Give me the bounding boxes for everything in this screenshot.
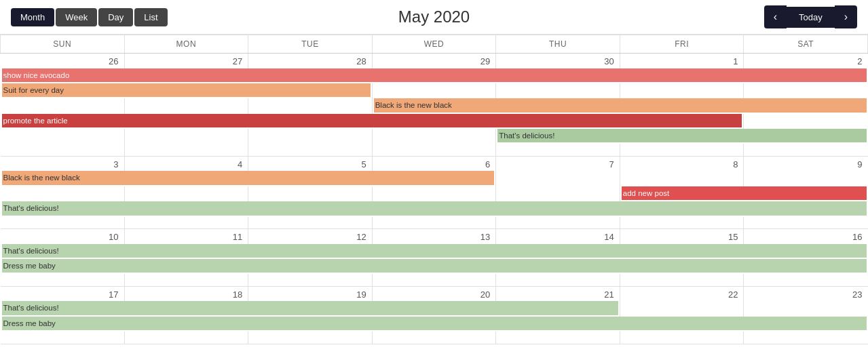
day-1-5[interactable]: 8 — [620, 156, 744, 171]
day-view-btn[interactable]: Day — [98, 8, 133, 26]
event-label: Dress me baby — [2, 259, 867, 273]
col-sun: SUN — [1, 35, 125, 54]
event-label: Dress me baby — [2, 317, 867, 330]
event-bar-1-1[interactable]: add new post — [620, 186, 867, 201]
week-3-spacer — [1, 331, 868, 344]
week-3-numbers: 17181920212223 — [1, 286, 868, 301]
calendar-title: May 2020 — [398, 7, 470, 26]
day-3-6[interactable]: 23 — [744, 286, 868, 301]
week-0-event-3: promote the article — [1, 114, 868, 129]
day-2-4[interactable]: 14 — [496, 229, 620, 244]
week-1-spacer — [1, 217, 868, 229]
day-0-3[interactable]: 29 — [372, 54, 496, 68]
day-3-1[interactable]: 18 — [124, 286, 248, 301]
week-0-event-4: That's delicious! — [1, 129, 868, 144]
week-3-event-0: That's delicious! — [1, 301, 868, 316]
week-view-btn[interactable]: Week — [56, 8, 97, 26]
next-btn[interactable]: › — [835, 5, 857, 28]
day-3-2[interactable]: 19 — [248, 286, 373, 301]
week-0-event-0: show nice avocado — [1, 68, 868, 83]
event-bar-3-1[interactable]: Dress me baby — [1, 317, 868, 331]
week-0-event-1: Suit for every day — [1, 83, 868, 98]
today-btn[interactable]: Today — [787, 7, 835, 28]
event-label: That's delicious! — [497, 129, 866, 142]
week-0-event-2: Black is the new black — [1, 98, 868, 113]
week-1-event-2: That's delicious! — [1, 201, 868, 216]
week-1-event-0: Black is the new black — [1, 171, 868, 186]
week-1-numbers: 3456789 — [1, 156, 868, 171]
day-0-2[interactable]: 28 — [248, 54, 373, 68]
week-0-numbers: 262728293012 — [1, 54, 868, 68]
month-view-btn[interactable]: Month — [11, 8, 54, 26]
top-bar: Month Week Day List May 2020 ‹ Today › — [0, 0, 868, 35]
day-3-5[interactable]: 22 — [620, 286, 744, 301]
day-1-0[interactable]: 3 — [1, 156, 125, 171]
day-3-4[interactable]: 21 — [496, 286, 620, 301]
day-1-1[interactable]: 4 — [124, 156, 248, 171]
day-1-3[interactable]: 6 — [372, 156, 496, 171]
col-tue: TUE — [248, 35, 373, 54]
week-2-event-0: That's delicious! — [1, 244, 868, 259]
event-label: Black is the new black — [2, 171, 495, 184]
week-2-numbers: 10111213141516 — [1, 229, 868, 244]
event-label: That's delicious! — [2, 301, 618, 315]
calendar-grid: SUN MON TUE WED THU FRI SAT 262728293012… — [0, 35, 868, 344]
event-label: Suit for every day — [2, 83, 371, 97]
list-view-btn[interactable]: List — [134, 8, 167, 26]
week-2-event-1: Dress me baby — [1, 259, 868, 274]
day-2-5[interactable]: 15 — [620, 229, 744, 244]
event-bar-0-3[interactable]: promote the article — [1, 114, 744, 129]
view-buttons: Month Week Day List — [11, 8, 168, 26]
prev-btn[interactable]: ‹ — [764, 5, 787, 28]
day-0-0[interactable]: 26 — [1, 54, 125, 68]
event-bar-1-2[interactable]: That's delicious! — [1, 201, 868, 216]
event-bar-3-0[interactable]: That's delicious! — [1, 301, 620, 316]
day-1-4[interactable]: 7 — [496, 156, 620, 171]
week-3-event-1: Dress me baby — [1, 317, 868, 331]
event-label: That's delicious! — [2, 201, 867, 215]
col-mon: MON — [124, 35, 248, 54]
nav-buttons: ‹ Today › — [764, 5, 857, 28]
event-bar-0-2[interactable]: Black is the new black — [372, 98, 867, 113]
day-2-1[interactable]: 11 — [124, 229, 248, 244]
sidebar-arrow[interactable]: › — [0, 68, 10, 88]
col-thu: THU — [496, 35, 620, 54]
week-0-spacer — [1, 144, 868, 156]
col-sat: SAT — [744, 35, 868, 54]
day-1-6[interactable]: 9 — [744, 156, 868, 171]
day-0-1[interactable]: 27 — [124, 54, 248, 68]
day-2-3[interactable]: 13 — [372, 229, 496, 244]
day-1-2[interactable]: 5 — [248, 156, 373, 171]
event-label: promote the article — [2, 114, 742, 127]
event-bar-2-0[interactable]: That's delicious! — [1, 244, 868, 259]
day-2-0[interactable]: 10 — [1, 229, 125, 244]
col-wed: WED — [372, 35, 496, 54]
event-bar-2-1[interactable]: Dress me baby — [1, 259, 868, 274]
day-0-5[interactable]: 1 — [620, 54, 744, 68]
day-3-3[interactable]: 20 — [372, 286, 496, 301]
event-bar-0-4[interactable]: That's delicious! — [496, 129, 868, 144]
week-1-event-1: add new post — [1, 186, 868, 201]
day-2-2[interactable]: 12 — [248, 229, 373, 244]
event-label: add new post — [622, 186, 867, 200]
col-fri: FRI — [620, 35, 744, 54]
event-bar-0-0[interactable]: show nice avocado — [1, 68, 868, 83]
event-label: show nice avocado — [2, 68, 867, 82]
day-0-6[interactable]: 2 — [744, 54, 868, 68]
event-label: Black is the new black — [374, 98, 867, 112]
event-bar-1-0[interactable]: Black is the new black — [1, 171, 496, 186]
event-bar-0-1[interactable]: Suit for every day — [1, 83, 373, 98]
day-2-6[interactable]: 16 — [744, 229, 868, 244]
day-0-4[interactable]: 30 — [496, 54, 620, 68]
day-3-0[interactable]: 17 — [1, 286, 125, 301]
week-2-spacer — [1, 274, 868, 286]
days-header: SUN MON TUE WED THU FRI SAT — [1, 35, 868, 54]
event-label: That's delicious! — [2, 244, 867, 258]
